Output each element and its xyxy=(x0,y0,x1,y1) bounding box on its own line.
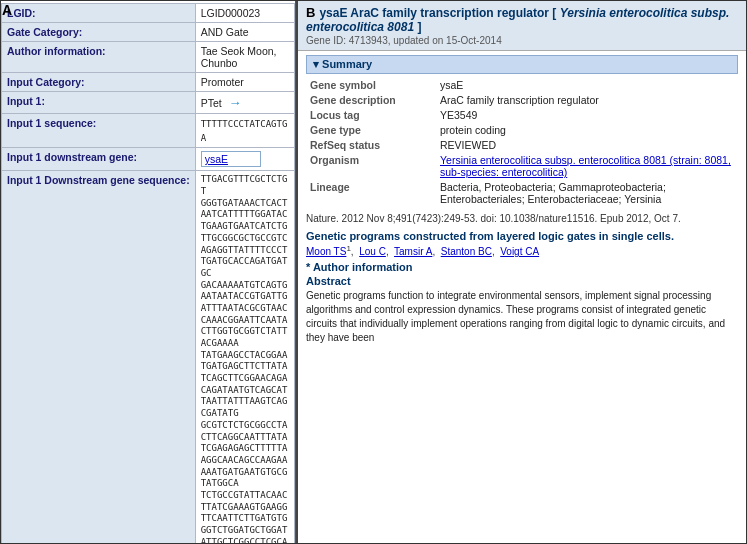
input1-value: PTet xyxy=(201,97,222,109)
row-label: Input 1 downstream gene: xyxy=(2,148,196,171)
organism-link[interactable]: Yersinia enterocolitica subsp. enterocol… xyxy=(436,153,738,179)
panel-a-label: A xyxy=(2,2,12,18)
table-row: Gate Category: AND Gate xyxy=(2,23,295,42)
table-row: Input 1: PTet → xyxy=(2,92,295,114)
abstract-text: Genetic programs function to integrate e… xyxy=(306,289,738,345)
row-value: TTTTTCCCTATCAGTGA xyxy=(195,114,294,148)
sg-label: Organism xyxy=(306,153,436,179)
sg-value: AraC family transcription regulator xyxy=(436,93,738,107)
panel-b-body[interactable]: ▾ Summary Gene symbol ysaE Gene descript… xyxy=(298,51,746,543)
authors-line: Moon TS1, Lou C, Tamsir A, Stanton BC, V… xyxy=(306,244,738,257)
author-link[interactable]: Lou C xyxy=(359,246,386,257)
reference-block: Nature. 2012 Nov 8;491(7423):249-53. doi… xyxy=(306,212,738,226)
sg-value: REVIEWED xyxy=(436,138,738,152)
author-link[interactable]: Tamsir A xyxy=(394,246,432,257)
sg-label: Gene type xyxy=(306,123,436,137)
gene-desc-header: AraC family transcription regulator xyxy=(350,6,549,20)
summary-grid: Gene symbol ysaE Gene description AraC f… xyxy=(306,78,738,206)
input1-seq: TTTTTCCCTATCAGTGA xyxy=(201,119,288,143)
row-label: Input 1 sequence: xyxy=(2,114,196,148)
sg-label: Lineage xyxy=(306,180,436,206)
paper-title: Genetic programs constructed from layere… xyxy=(306,230,738,242)
b-label: B xyxy=(306,5,315,20)
sg-label: Gene description xyxy=(306,93,436,107)
panel-a: LGID: LGID000023 Gate Category: AND Gate… xyxy=(1,1,296,543)
row-label: Gate Category: xyxy=(2,23,196,42)
sg-value: YE3549 xyxy=(436,108,738,122)
table-row: Input 1 Downstream gene sequence: TTGACG… xyxy=(2,171,295,543)
abstract-header: Abstract xyxy=(306,275,738,287)
sg-value: ysaE xyxy=(436,78,738,92)
panel-b-header: BysaE AraC family transcription regulato… xyxy=(298,1,746,51)
superscript: 1 xyxy=(346,244,350,253)
row-value: PTet → xyxy=(195,92,294,114)
author-link[interactable]: Voigt CA xyxy=(500,246,539,257)
table-row: Author information: Tae Seok Moon, Chunb… xyxy=(2,42,295,73)
row-label: Author information: xyxy=(2,42,196,73)
author-link[interactable]: Moon TS xyxy=(306,246,346,257)
author-info-header[interactable]: * Author information xyxy=(306,261,738,273)
author-link[interactable]: Stanton BC xyxy=(441,246,492,257)
info-table: LGID: LGID000023 Gate Category: AND Gate… xyxy=(1,3,295,543)
table-row: Input 1 downstream gene: ysaE xyxy=(2,148,295,171)
gene-id-line: Gene ID: 4713943, updated on 15-Oct-2014 xyxy=(306,35,738,46)
table-row: LGID: LGID000023 xyxy=(2,4,295,23)
summary-section: ▾ Summary Gene symbol ysaE Gene descript… xyxy=(306,55,738,345)
reference-text: Nature. 2012 Nov 8;491(7423):249-53. doi… xyxy=(306,213,681,224)
row-label: Input 1 Downstream gene sequence: xyxy=(2,171,196,543)
row-label: Input 1: xyxy=(2,92,196,114)
sg-value: protein coding xyxy=(436,123,738,137)
row-value: Promoter xyxy=(195,73,294,92)
row-label: LGID: xyxy=(2,4,196,23)
row-label: Input Category: xyxy=(2,73,196,92)
downstream-gene-link[interactable]: ysaE xyxy=(201,151,261,167)
row-value: TTGACGTTTCGCTCTGTGGGTGATAAACTCACTAATCATT… xyxy=(195,171,294,543)
panel-b: BysaE AraC family transcription regulato… xyxy=(296,1,746,543)
gene-name: ysaE xyxy=(319,6,347,20)
row-value: Tae Seok Moon, Chunbo xyxy=(195,42,294,73)
sg-value: Bacteria, Proteobacteria; Gammaproteobac… xyxy=(436,180,738,206)
row-value: AND Gate xyxy=(195,23,294,42)
row-value: LGID000023 xyxy=(195,4,294,23)
table-row: Input Category: Promoter xyxy=(2,73,295,92)
row-value: ysaE xyxy=(195,148,294,171)
panel-b-title: BysaE AraC family transcription regulato… xyxy=(306,5,738,34)
summary-header[interactable]: ▾ Summary xyxy=(306,55,738,74)
sg-label: Gene symbol xyxy=(306,78,436,92)
sg-label: Locus tag xyxy=(306,108,436,122)
downstream-seq: TTGACGTTTCGCTCTGTGGGTGATAAACTCACTAATCATT… xyxy=(201,174,289,543)
arrow-icon: → xyxy=(229,95,242,110)
table-row: Input 1 sequence: TTTTTCCCTATCAGTGA xyxy=(2,114,295,148)
sg-label: RefSeq status xyxy=(306,138,436,152)
